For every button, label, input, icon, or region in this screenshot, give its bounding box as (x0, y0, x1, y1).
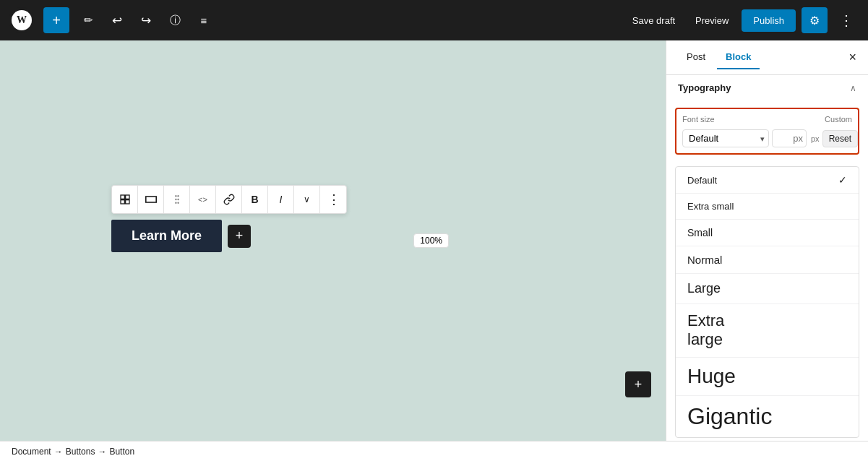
drag-handle[interactable] (164, 186, 190, 213)
dropdown-item-label: Large (687, 281, 721, 296)
font-size-labels-row: Font size Custom (682, 115, 852, 124)
dropdown-item-label: Small (687, 227, 713, 238)
font-size-select[interactable]: Default Extra small Small Normal Large E… (682, 129, 769, 147)
font-size-reset-button[interactable]: Reset (822, 130, 858, 147)
svg-point-6 (175, 199, 176, 200)
svg-rect-4 (145, 197, 155, 202)
custom-label: Custom (825, 115, 852, 124)
svg-rect-0 (121, 195, 124, 199)
tab-block[interactable]: Block (717, 46, 760, 69)
save-draft-button[interactable]: Save draft (625, 11, 682, 30)
right-panel: Post Block × Typography ∧ Font size Cust… (666, 40, 868, 441)
svg-rect-3 (125, 200, 129, 204)
dropdown-item-label: Gigantic (687, 403, 772, 430)
link-button[interactable] (216, 186, 242, 213)
font-size-px-input[interactable] (772, 129, 807, 147)
dropdown-item-label: Normal (687, 254, 722, 266)
list-view-button[interactable]: ≡ (191, 7, 217, 33)
dropdown-item-small[interactable]: Small (676, 220, 859, 246)
alignment-button[interactable] (138, 186, 164, 213)
main-layout: <> B I ∨ ⋮ Learn More + + 100% Post B (0, 40, 868, 441)
info-button[interactable]: ⓘ (162, 7, 188, 33)
undo-button[interactable]: ↩ (104, 7, 130, 33)
font-size-section: Font size Custom Default Extra small Sma… (666, 102, 868, 166)
font-size-controls: Default Extra small Small Normal Large E… (682, 129, 852, 147)
svg-point-10 (177, 202, 179, 204)
add-after-button[interactable]: + (228, 225, 251, 248)
tab-post[interactable]: Post (678, 46, 714, 69)
dropdown-item-extra-large[interactable]: Extralarge (676, 304, 859, 358)
redo-button[interactable]: ↪ (133, 7, 159, 33)
dropdown-item-normal[interactable]: Normal (676, 246, 859, 274)
svg-rect-1 (125, 195, 129, 199)
main-toolbar: W + ✏ ↩ ↪ ⓘ ≡ Save draft Preview Publish… (0, 0, 868, 40)
toolbar-right: Save draft Preview Publish ⚙ ⋮ (625, 7, 859, 33)
dropdown-item-label: Huge (687, 365, 736, 388)
add-block-button[interactable]: + (43, 7, 69, 33)
block-options-button[interactable]: ⋮ (320, 186, 346, 213)
canvas-area: <> B I ∨ ⋮ Learn More + + 100% (0, 40, 666, 441)
font-size-area: Font size Custom Default Extra small Sma… (675, 108, 859, 155)
italic-button[interactable]: I (268, 186, 294, 213)
wordpress-logo[interactable]: W (9, 7, 35, 33)
typography-section-header: Typography ∧ (666, 75, 868, 93)
document-breadcrumb[interactable]: Document (12, 447, 51, 457)
button-block-wrapper: Learn More + (111, 220, 251, 252)
more-options-button[interactable]: ⋮ (833, 7, 859, 33)
dropdown-item-large[interactable]: Large (676, 274, 859, 304)
checkmark-icon: ✓ (838, 174, 847, 186)
font-size-dropdown-list: Default ✓ Extra small Small Normal Large… (675, 166, 859, 438)
settings-button[interactable]: ⚙ (802, 7, 828, 33)
more-rich-text-button[interactable]: ∨ (294, 186, 320, 213)
learn-more-button[interactable]: Learn More (111, 220, 222, 252)
dropdown-item-default[interactable]: Default ✓ (676, 167, 859, 194)
edit-icon-button[interactable]: ✏ (75, 7, 101, 33)
breadcrumb-arrow-2: → (98, 447, 106, 457)
panel-tabs: Post Block × (666, 40, 868, 75)
dropdown-item-label: Default (687, 175, 717, 186)
code-editor-button[interactable]: <> (190, 186, 216, 213)
block-type-button[interactable] (112, 186, 138, 213)
wp-logo-icon: W (12, 10, 32, 30)
svg-point-8 (177, 195, 179, 197)
typography-title: Typography (678, 82, 731, 93)
publish-button[interactable]: Publish (742, 9, 796, 32)
zoom-badge: 100% (413, 233, 449, 248)
panel-close-button[interactable]: × (848, 50, 856, 65)
dropdown-item-extra-small[interactable]: Extra small (676, 194, 859, 220)
panel-scroll-area[interactable]: Typography ∧ Font size Custom Default Ex… (666, 75, 868, 441)
dropdown-item-label: Extralarge (687, 311, 724, 350)
status-bar: Document → Buttons → Button (0, 441, 868, 461)
svg-point-7 (175, 202, 176, 204)
dropdown-item-gigantic[interactable]: Gigantic (676, 396, 859, 437)
button-breadcrumb[interactable]: Button (109, 447, 134, 457)
preview-button[interactable]: Preview (688, 11, 736, 30)
bold-button[interactable]: B (242, 186, 268, 213)
dropdown-item-huge[interactable]: Huge (676, 358, 859, 396)
svg-point-9 (177, 199, 179, 200)
canvas-add-button[interactable]: + (625, 371, 651, 397)
font-size-select-wrapper: Default Extra small Small Normal Large E… (682, 129, 769, 147)
breadcrumb-arrow-1: → (54, 447, 63, 457)
svg-rect-2 (121, 200, 124, 204)
svg-point-5 (175, 195, 176, 197)
buttons-breadcrumb[interactable]: Buttons (66, 447, 95, 457)
block-toolbar: <> B I ∨ ⋮ (111, 185, 347, 214)
font-size-label: Font size (682, 115, 715, 124)
dropdown-item-label: Extra small (687, 201, 734, 212)
px-unit-label: px (811, 134, 820, 143)
typography-collapse-button[interactable]: ∧ (850, 83, 856, 93)
